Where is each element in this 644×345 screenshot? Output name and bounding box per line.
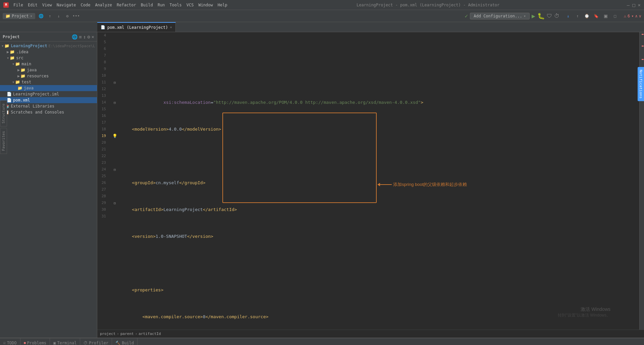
project-selector[interactable]: 📁 Project ▾ [3, 13, 35, 19]
tab-label: pom.xml (LearningProject) [107, 25, 168, 30]
terminal-btn[interactable]: ▣ [602, 12, 610, 20]
error-nav-up[interactable]: ∧ [635, 14, 638, 18]
line-num-25: 25 [97, 173, 108, 180]
tree-item-test[interactable]: ▾ 📁 test [0, 79, 97, 85]
breadcrumb-bar: project › parent › artifactId [97, 330, 644, 338]
menu-navigate[interactable]: Navigate [55, 2, 78, 8]
line-num-6: 6 [97, 46, 108, 52]
history-btn[interactable]: ⌚ [583, 12, 591, 20]
menu-vcs[interactable]: VCS [184, 2, 196, 8]
error-mark-2 [642, 46, 644, 47]
coverage-button[interactable]: 🛡 [547, 13, 552, 19]
menu-bar[interactable]: File Edit View Navigate Code Analyze Ref… [11, 2, 229, 8]
tab-profiler[interactable]: ⏱ Profiler [80, 338, 112, 345]
menu-file[interactable]: File [11, 2, 25, 8]
line-num-11: 11 [97, 79, 108, 86]
minimize-button[interactable]: – [627, 2, 630, 8]
expand-icon-main: ▾ [12, 62, 14, 66]
run-config-dropdown[interactable]: ▾ [524, 14, 526, 18]
folder-icon-main: 📁 [15, 62, 20, 66]
tree-item-resources[interactable]: ▶ 📁 resources [0, 73, 97, 79]
tree-item-external-libs[interactable]: ▶ 📚 External Libraries [0, 103, 97, 109]
sidebar-settings-icon[interactable]: ⚙ [87, 34, 90, 40]
menu-tools[interactable]: Tools [168, 2, 184, 8]
tree-item-idea[interactable]: ▶ 📁 .idea [0, 49, 97, 55]
notifications-panel-tab[interactable]: Notifications [638, 67, 644, 101]
line-num-7: 7 [97, 52, 108, 59]
settings-btn[interactable]: ⚙ [63, 12, 71, 20]
debug-button[interactable]: 🐛 [537, 12, 545, 19]
tree-item-scratches[interactable]: ▶ 📋 Scratches and Consoles [0, 109, 97, 115]
error-icon: ⚠ [624, 14, 626, 18]
menu-window[interactable]: Window [196, 2, 215, 8]
error-expand-icon[interactable]: ▾ [631, 14, 634, 18]
line-num-21: 21 [97, 146, 108, 153]
breadcrumb-project[interactable]: project [100, 332, 115, 336]
bookmark-btn[interactable]: 🔖 [592, 12, 600, 20]
menu-help[interactable]: Help [216, 2, 229, 8]
build-icon: 🔨 [115, 341, 120, 345]
nav-up-btn[interactable]: ↑ [46, 12, 54, 20]
line-num-13: 13 [97, 92, 108, 99]
code-editor[interactable]: 添加spring boot的父级依赖和起步依赖 xsi:schemaLocati… [119, 32, 639, 330]
tab-todo[interactable]: ☑ TODO [0, 338, 20, 345]
window-controls[interactable]: – □ × [627, 2, 641, 8]
sidebar-close-icon[interactable]: × [92, 34, 94, 40]
sidebar-sort-icon[interactable]: ↕ [83, 34, 86, 40]
tab-problems[interactable]: Problems [20, 338, 50, 345]
error-indicator[interactable]: ⚠ 6 ▾ ∧ ∨ [624, 14, 641, 18]
code-line-6 [121, 153, 637, 159]
tree-item-learning-project[interactable]: ▾ 📁 LearningProject E:\ideaProjectSpace\… [0, 43, 97, 49]
sidebar-globe-icon[interactable]: 🌐 [72, 34, 77, 40]
folder-icon-java-test: 📁 [17, 86, 22, 90]
git-update-btn[interactable]: ↓ [564, 12, 572, 20]
tree-item-java-main[interactable]: ▶ 📁 java [0, 67, 97, 73]
tab-close-button[interactable]: × [170, 25, 172, 29]
menu-view[interactable]: View [40, 2, 54, 8]
nav-down-btn[interactable]: ↓ [55, 12, 63, 20]
tab-bar: 📄 pom.xml (LearningProject) × [0, 22, 644, 32]
structure-panel-tab[interactable]: Structure [0, 100, 7, 127]
right-panels: Notifications [638, 67, 644, 101]
menu-analyze[interactable]: Analyze [93, 2, 114, 8]
project-dropdown-icon[interactable]: ▾ [30, 14, 33, 18]
profiler-button[interactable]: ⏱ [554, 13, 559, 19]
tree-item-pom-xml[interactable]: 📄 pom.xml [0, 97, 97, 103]
tab-pom-xml[interactable]: 📄 pom.xml (LearningProject) × [97, 22, 176, 32]
breadcrumb-parent[interactable]: parent [120, 332, 134, 336]
favorites-panel-tab[interactable]: Favorites [0, 128, 7, 154]
tree-item-src[interactable]: ▾ 📁 src [0, 55, 97, 61]
tree-item-java-test[interactable]: 📁 java [0, 85, 97, 91]
tree-item-iml[interactable]: 📄 LearningProject.iml [0, 91, 97, 97]
bottom-panel: ☑ TODO Problems ▣ Terminal ⏱ Profiler 🔨 … [0, 338, 644, 345]
editor-area: 4 5 6 7 8 9 10 11 12 13 14 15 16 17 18 1… [97, 32, 644, 338]
error-nav-down[interactable]: ∨ [639, 14, 641, 18]
run-button[interactable]: ▶ [532, 12, 535, 19]
line-numbers: 4 5 6 7 8 9 10 11 12 13 14 15 16 17 18 1… [97, 32, 111, 330]
tree-item-main[interactable]: ▾ 📁 main [0, 61, 97, 67]
expand-icon-test: ▾ [12, 80, 14, 84]
line-num-19: 19 [97, 133, 108, 139]
menu-run[interactable]: Run [156, 2, 167, 8]
tree-label-idea: .idea [16, 50, 28, 54]
more-btn[interactable]: ••• [72, 12, 80, 20]
sidebar-layout-icon[interactable]: ≡ [79, 34, 82, 40]
tree-label-ext-libs: External Libraries [11, 104, 54, 109]
tab-terminal[interactable]: ▣ Terminal [50, 338, 80, 345]
menu-code[interactable]: Code [79, 2, 93, 8]
menu-edit[interactable]: Edit [26, 2, 40, 8]
maximize-button[interactable]: □ [632, 2, 635, 8]
code-line-10 [121, 260, 637, 267]
git-push-btn[interactable]: ↑ [574, 12, 582, 20]
tree-path: E:\ideaProjectSpace\L [49, 44, 95, 48]
window-btn[interactable]: □ [611, 12, 619, 20]
line-num-4: 4 [97, 32, 108, 39]
tab-build[interactable]: 🔨 Build [112, 338, 138, 345]
nav-globe-btn[interactable]: 🌐 [37, 12, 45, 20]
run-config-label: Add Configuration... [474, 14, 522, 18]
close-button[interactable]: × [638, 2, 641, 8]
breadcrumb-artifact-id[interactable]: artifactId [139, 332, 161, 336]
menu-refactor[interactable]: Refactor [115, 2, 138, 8]
run-config-selector[interactable]: Add Configuration... ▾ [470, 13, 530, 19]
menu-build[interactable]: Build [139, 2, 155, 8]
